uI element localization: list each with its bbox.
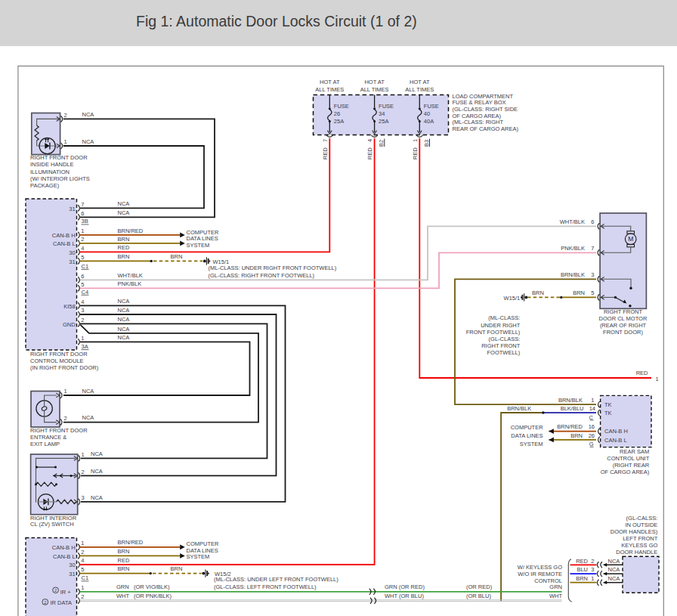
svg-text:(ML-CLASS:: (ML-CLASS: — [488, 314, 520, 321]
svg-text:(OR RED): (OR RED) — [466, 583, 493, 590]
svg-text:2: 2 — [81, 593, 84, 600]
svg-text:(ML-CLASS: UNDER LEFT FRONT FO: (ML-CLASS: UNDER LEFT FRONT FOOTWELL) — [214, 576, 338, 583]
svg-text:2: 2 — [82, 469, 85, 475]
svg-text:5: 5 — [591, 289, 594, 296]
svg-text:CAN-B L: CAN-B L — [604, 437, 627, 444]
svg-text:W/O IR REMOTE: W/O IR REMOTE — [518, 571, 562, 577]
svg-text:(ML-CLASS: RIGHT: (ML-CLASS: RIGHT — [453, 119, 504, 125]
svg-text:2: 2 — [591, 558, 594, 565]
svg-text:NCA: NCA — [118, 200, 130, 207]
svg-text:NCA: NCA — [118, 316, 130, 323]
svg-text:1: 1 — [591, 575, 594, 582]
svg-text:(REAR OF RIGHT: (REAR OF RIGHT — [600, 322, 647, 329]
svg-text:3: 3 — [591, 271, 594, 278]
svg-text:ALL TIMES: ALL TIMES — [360, 86, 389, 93]
svg-text:(IN RIGHT FRONT DOOR): (IN RIGHT FRONT DOOR) — [30, 364, 99, 371]
svg-text:(ML-CLASS: UNDER RIGHT FRONT F: (ML-CLASS: UNDER RIGHT FRONT FOOTWELL) — [209, 265, 337, 271]
svg-text:C4: C4 — [82, 289, 89, 296]
svg-text:5: 5 — [81, 281, 84, 288]
svg-text:TK: TK — [604, 410, 612, 416]
svg-text:GRN: GRN — [116, 583, 129, 590]
svg-text:1: 1 — [591, 397, 594, 404]
svg-text:RIGHT FRONT: RIGHT FRONT — [481, 342, 521, 349]
svg-text:26: 26 — [589, 432, 595, 439]
svg-text:LOAD COMPARTMENT: LOAD COMPARTMENT — [453, 93, 514, 100]
svg-text:2: 2 — [54, 588, 57, 593]
svg-text:NCA: NCA — [118, 307, 130, 314]
svg-text:RED: RED — [118, 557, 130, 564]
svg-text:PNK/BLK: PNK/BLK — [118, 280, 142, 287]
svg-text:3: 3 — [82, 494, 85, 501]
svg-text:BRN/RED: BRN/RED — [118, 228, 144, 234]
svg-text:CAN-B H: CAN-B H — [52, 232, 76, 239]
svg-text:2: 2 — [81, 236, 84, 243]
svg-text:BRN/BLK: BRN/BLK — [561, 271, 585, 278]
svg-text:RIGHT FRONT: RIGHT FRONT — [604, 308, 643, 315]
svg-text:1: 1 — [81, 335, 84, 342]
svg-text:2: 2 — [44, 600, 46, 605]
svg-text:1: 1 — [64, 138, 67, 145]
svg-text:UNDER RIGHT: UNDER RIGHT — [481, 322, 521, 329]
svg-text:CAN-B H: CAN-B H — [604, 428, 628, 435]
svg-text:BRN/RED: BRN/RED — [118, 539, 144, 546]
svg-text:1: 1 — [81, 228, 84, 234]
svg-text:BRN/RED: BRN/RED — [557, 423, 583, 430]
svg-text:LEFT FRONT: LEFT FRONT — [623, 535, 658, 542]
svg-text:40: 40 — [424, 110, 430, 117]
svg-text:INSIDE HANDLE: INSIDE HANDLE — [30, 161, 74, 168]
svg-text:IN OUTSIDE: IN OUTSIDE — [625, 522, 657, 528]
svg-text:G: G — [589, 441, 594, 447]
svg-text:(W/ INTERIOR LIGHTS: (W/ INTERIOR LIGHTS — [30, 175, 90, 182]
svg-text:(GL-CLASS:: (GL-CLASS: — [489, 336, 521, 342]
svg-text:7: 7 — [591, 245, 594, 252]
svg-text:25A: 25A — [334, 118, 344, 125]
svg-text:SYSTEM: SYSTEM — [520, 441, 543, 447]
svg-text:BRN: BRN — [576, 575, 588, 582]
svg-text:RED: RED — [366, 147, 373, 159]
svg-text:RIGHT FRONT DOOR: RIGHT FRONT DOOR — [30, 427, 88, 434]
svg-text:RED: RED — [322, 147, 329, 159]
svg-text:2: 2 — [81, 549, 84, 556]
svg-text:FUSE & RELAY BOX: FUSE & RELAY BOX — [453, 99, 506, 106]
svg-text:40A: 40A — [424, 118, 434, 125]
svg-text:1: 1 — [656, 376, 659, 382]
svg-text:ILLUMINATION: ILLUMINATION — [30, 169, 70, 175]
svg-text:OF CARGO AREA): OF CARGO AREA) — [601, 469, 650, 475]
svg-text:CONTROL MODULE: CONTROL MODULE — [30, 358, 84, 364]
svg-text:C: C — [589, 414, 594, 421]
svg-text:W/ KEYLESS GO: W/ KEYLESS GO — [518, 564, 562, 571]
svg-text:NCA: NCA — [608, 575, 620, 582]
svg-text:BLK/BLU: BLK/BLU — [561, 405, 584, 412]
svg-text:C1: C1 — [82, 263, 89, 270]
svg-text:(OR VIO/BLK): (OR VIO/BLK) — [134, 583, 170, 590]
svg-text:6: 6 — [81, 210, 84, 217]
svg-text:(OR BLU): (OR BLU) — [466, 593, 491, 599]
svg-text:ENTRANCE &: ENTRANCE & — [30, 434, 66, 441]
svg-text:FUSE: FUSE — [334, 103, 349, 110]
svg-text:BRN: BRN — [171, 565, 183, 572]
svg-text:7: 7 — [322, 139, 329, 142]
svg-text:CONTROL UNIT: CONTROL UNIT — [607, 455, 649, 462]
svg-text:FRONT DOOR): FRONT DOOR) — [603, 329, 643, 336]
svg-text:BRN/BLK: BRN/BLK — [558, 397, 583, 404]
svg-text:COMPUTER: COMPUTER — [511, 424, 544, 431]
svg-text:WHT/BLK: WHT/BLK — [560, 218, 585, 225]
svg-text:SYSTEM: SYSTEM — [187, 242, 210, 249]
svg-text:CAN-B H: CAN-B H — [52, 544, 76, 551]
svg-text:7: 7 — [81, 201, 84, 208]
svg-text:4: 4 — [81, 557, 84, 564]
svg-text:BRN/BLK: BRN/BLK — [507, 405, 531, 412]
svg-text:WHT/BLK: WHT/BLK — [118, 272, 143, 279]
svg-text:CAN-B L: CAN-B L — [53, 240, 76, 247]
svg-text:BRN: BRN — [573, 289, 585, 296]
svg-text:REAR OF CARGO AREA): REAR OF CARGO AREA) — [453, 125, 519, 132]
svg-text:GRN (OR RED): GRN (OR RED) — [385, 583, 425, 590]
svg-text:31: 31 — [69, 206, 75, 212]
svg-text:BLU: BLU — [577, 566, 588, 573]
svg-text:1: 1 — [82, 451, 85, 458]
svg-text:FRONT FOOTWELL): FRONT FOOTWELL) — [466, 329, 521, 336]
svg-text:NCA: NCA — [82, 111, 94, 118]
svg-text:DATA LINES: DATA LINES — [511, 432, 543, 439]
svg-text:5: 5 — [81, 566, 84, 573]
svg-text:BRN: BRN — [118, 253, 130, 260]
